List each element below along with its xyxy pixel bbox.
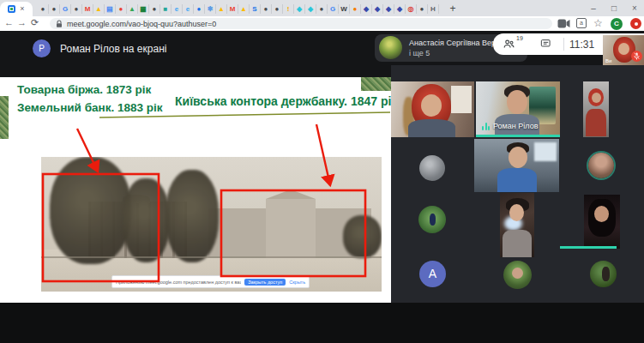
tab-favicon[interactable]: W [339,4,350,14]
people-count-badge: 19 [516,35,523,41]
window-maximize-button[interactable]: □ [605,0,623,16]
participant-avatar-tile[interactable] [419,155,445,181]
tab-favicon[interactable]: ◈ [294,4,305,14]
tab-favicon[interactable]: ● [71,4,82,14]
tab-favicon[interactable]: ● [38,4,49,14]
tab-favicon[interactable]: ▲ [238,4,250,14]
video-placeholder [509,147,527,168]
forward-button[interactable]: → [16,17,27,27]
tab-favicon[interactable]: ● [149,4,160,14]
browser-tab-strip: × ● ● G ● M ▲ ▤ ● ▲ ▦ [0,0,644,16]
active-tab-google-meet[interactable]: × [0,2,33,16]
shared-screen-slide: Товарна біржа. 1873 рік Земельний банк. … [0,77,391,303]
tab-favicon[interactable]: ◈ [305,4,316,14]
tab-favicon[interactable]: H [428,4,439,14]
participant-video-tile[interactable] [391,81,474,137]
tab-favicon[interactable]: e [172,4,183,14]
window-close-button[interactable]: × [625,0,644,16]
clock: 11:31 [569,39,594,51]
video-placeholder [507,90,527,114]
video-placeholder [509,204,524,221]
speaking-border [476,135,560,137]
tab-favicon[interactable]: ◆ [361,4,372,14]
highlight-rect-right-building [221,190,365,276]
video-placeholder [503,230,532,257]
audio-activity-icon [482,123,490,130]
tab-favicon[interactable]: ● [272,4,283,14]
participant-video-tile[interactable] [500,193,534,257]
arrow-to-left-building [77,129,98,172]
presenter-avatar: Р [33,39,51,57]
video-placeholder [421,94,442,117]
desktop-screenshot: × ● ● G ● M ▲ ▤ ● ▲ ▦ [0,0,644,343]
avatar-face [512,268,523,279]
tab-favicon[interactable]: ▲ [216,4,227,14]
participant-avatar-tile[interactable] [503,261,532,289]
tab-favicon[interactable]: ■ [160,4,172,14]
url-text: meet.google.com/vao-bjoq-quu?authuser=0 [67,20,216,28]
tab-close-icon[interactable]: × [20,5,24,13]
video-placeholder [497,168,537,192]
new-tab-button[interactable]: + [446,2,460,15]
highlight-rect-left-building [43,174,159,281]
participant-avatar-tile[interactable] [418,206,446,233]
participant-video-tile-roman-rilov[interactable]: Роман Рілов [476,81,560,137]
tab-favicon[interactable]: ● [116,4,127,14]
tab-favicon[interactable]: M [82,4,93,14]
tab-favicon[interactable]: ◎ [406,4,417,14]
video-placeholder [586,109,606,136]
tab-favicon[interactable]: ◆ [383,4,394,14]
camera-icon[interactable] [557,19,570,28]
video-placeholder [408,119,455,137]
participants-panel: Роман Рілов [391,65,644,303]
tab-favicon[interactable]: G [328,4,339,14]
tab-favicon[interactable]: ● [194,4,205,14]
tab-favicon[interactable]: ▤ [105,4,116,14]
speaking-border [560,246,617,249]
bookmark-star-icon[interactable]: ☆ [593,17,603,29]
extension-icon[interactable] [630,18,641,29]
tab-favicon[interactable]: S [250,4,261,14]
participant-avatar-tile[interactable] [588,153,614,178]
tab-favicon[interactable]: ● [316,4,328,14]
tab-favicon[interactable]: ✱ [205,4,216,14]
participant-thumbnail-avatar [379,36,402,59]
reload-button[interactable]: ⟳ [29,17,40,28]
bottom-black-bar [0,303,644,343]
people-icon[interactable] [503,38,515,51]
avatar-figure [430,214,436,226]
tab-favicon[interactable]: M [227,4,238,14]
profile-avatar[interactable]: C [611,18,623,30]
tab-favicon[interactable]: ● [350,4,361,14]
tab-favicon[interactable]: ● [261,4,272,14]
arrow-to-right-building [316,124,330,185]
tab-favicon[interactable]: e [183,4,194,14]
chat-icon[interactable] [540,39,551,50]
tab-favicon[interactable]: ● [417,4,428,14]
participant-video-tile[interactable] [474,139,559,192]
video-placeholder [592,93,601,103]
back-button[interactable]: ← [3,17,15,27]
speaker-name-chip: Роман Рілов [482,122,538,130]
participant-video-tile[interactable] [583,81,609,137]
lock-icon [56,20,63,28]
participant-avatar-letter[interactable]: А [419,261,446,287]
google-meet-window: Р Роман Рілов на екрані Анастасія Сергії… [0,31,644,303]
avatar-figure [602,267,610,281]
tab-favicon[interactable]: ! [283,4,294,14]
tab-favicon[interactable]: G [60,4,71,14]
tab-favicon[interactable]: ◆ [394,4,406,14]
tab-favicon[interactable]: ▲ [127,4,138,14]
tab-favicon[interactable]: ● [49,4,60,14]
browser-toolbar: ← → ⟳ meet.google.com/vao-bjoq-quu?authu… [0,16,644,31]
tab-favicon[interactable]: ▦ [138,4,149,14]
self-view-tile[interactable]: Ви [603,35,644,65]
background-tabs: ● ● G ● M ▲ ▤ ● ▲ ▦ ● ■ [38,3,439,14]
participant-video-tile[interactable] [584,195,620,249]
tab-favicon[interactable]: ◆ [372,4,383,14]
tab-favicon[interactable]: ▲ [93,4,105,14]
participant-avatar-tile[interactable] [590,261,617,287]
window-minimize-button[interactable]: – [584,0,603,16]
address-bar[interactable]: meet.google.com/vao-bjoq-quu?authuser=0 [50,18,552,29]
translate-icon[interactable]: а [576,18,587,28]
